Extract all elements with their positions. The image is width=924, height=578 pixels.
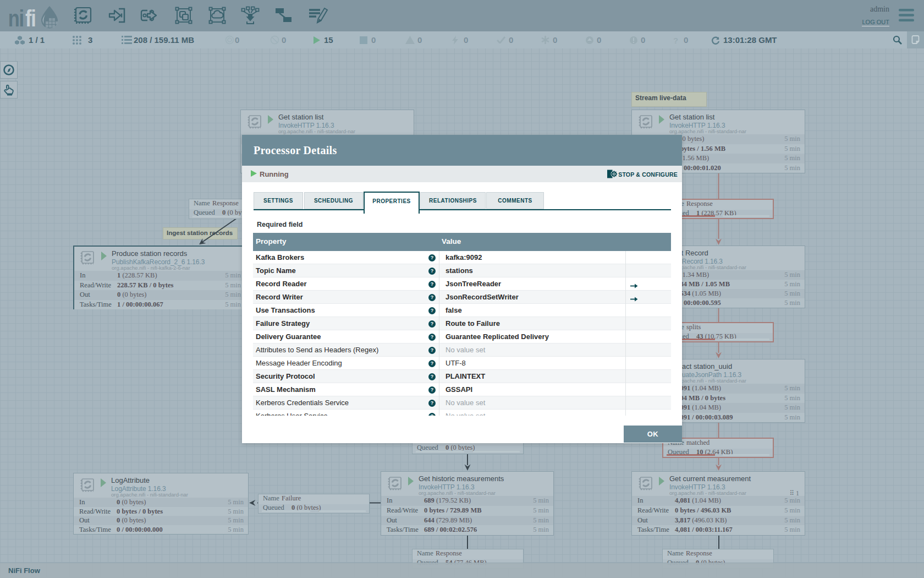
- svg-text:?: ?: [673, 36, 678, 45]
- svg-text:fi: fi: [25, 5, 36, 31]
- svg-text:ni: ni: [8, 5, 24, 31]
